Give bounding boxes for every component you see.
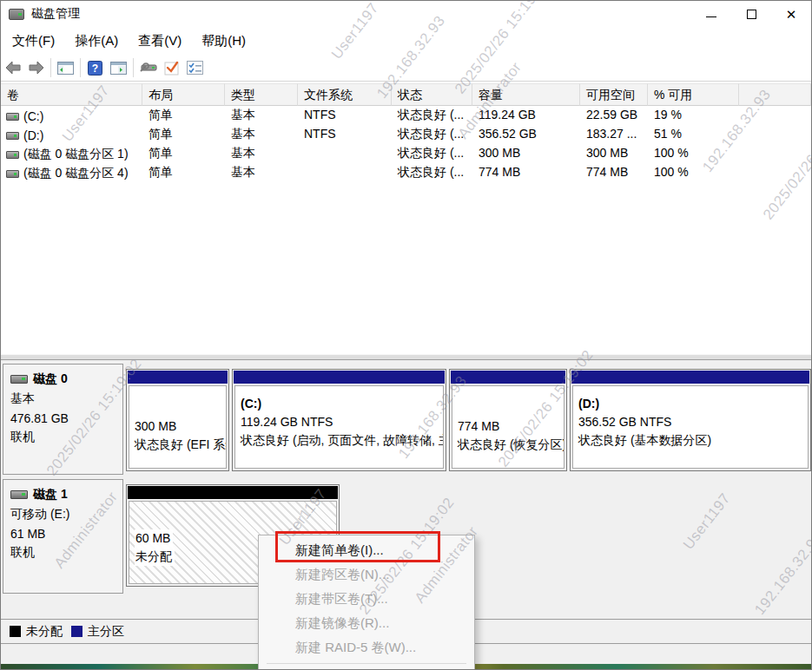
cell-type: 基本 xyxy=(225,125,298,144)
disk1-panel[interactable]: 磁盘 1 可移动 (E:) 61 MB 联机 xyxy=(3,479,123,594)
menu-view[interactable]: 查看(V) xyxy=(129,30,190,53)
check-icon xyxy=(164,61,180,76)
legend-unallocated-label: 未分配 xyxy=(26,624,63,640)
volume-icon xyxy=(6,132,19,140)
col-empty[interactable] xyxy=(739,83,811,106)
col-volume[interactable]: 卷 xyxy=(1,83,142,106)
action-pane-button[interactable] xyxy=(107,57,130,79)
check-button[interactable] xyxy=(160,57,183,79)
partition-size: 119.24 GB NTFS xyxy=(241,413,443,431)
col-filesystem[interactable]: 文件系统 xyxy=(298,83,392,106)
disk0-panel[interactable]: 磁盘 0 基本 476.81 GB 联机 xyxy=(3,364,123,475)
cell-free: 300 MB xyxy=(580,144,648,163)
close-button[interactable]: ✕ xyxy=(771,1,811,27)
disk-name: 磁盘 0 xyxy=(33,371,68,387)
toolbar-separator xyxy=(133,58,134,77)
checklist-icon xyxy=(187,61,203,75)
cell-type: 基本 xyxy=(225,163,298,182)
cell-capacity: 356.52 GB xyxy=(472,125,580,144)
pane-splitter[interactable] xyxy=(1,354,811,360)
forward-button[interactable] xyxy=(24,57,48,79)
col-layout[interactable]: 布局 xyxy=(142,83,225,106)
cell-pct: 51 % xyxy=(648,125,739,144)
cell-layout: 简单 xyxy=(142,144,225,163)
maximize-icon xyxy=(747,10,756,19)
partition-color-bar xyxy=(234,371,445,384)
cell-capacity: 119.24 GB xyxy=(472,106,580,125)
col-free[interactable]: 可用空间 xyxy=(580,83,648,106)
disk-status: 联机 xyxy=(10,430,122,445)
partition-size: 300 MB xyxy=(135,417,226,436)
cell-fs: NTFS xyxy=(298,106,392,125)
cell-status: 状态良好 (... xyxy=(392,106,472,125)
disk-icon xyxy=(10,490,28,499)
table-row-partition1[interactable]: (磁盘 0 磁盘分区 1) 简单 基本 状态良好 (... 300 MB 300… xyxy=(1,144,811,163)
toolbar-separator xyxy=(50,58,51,77)
back-button[interactable] xyxy=(1,57,24,79)
cell-layout: 简单 xyxy=(142,125,225,144)
menu-item-new-spanned-volume: 新建跨区卷(N)... xyxy=(259,562,474,587)
cell-layout: 简单 xyxy=(142,106,225,125)
menu-file[interactable]: 文件(F) xyxy=(3,30,63,53)
help-button[interactable]: ? xyxy=(83,57,107,79)
cell-status: 状态良好 (... xyxy=(392,144,472,163)
disk-type: 基本 xyxy=(10,391,122,407)
cell-type: 基本 xyxy=(225,144,298,163)
toolbar: ? xyxy=(1,55,811,82)
partition-recovery[interactable]: 774 MB 状态良好 (恢复分区) xyxy=(449,369,567,471)
title-bar: 磁盘管理 ✕ xyxy=(1,1,811,27)
table-row-c[interactable]: (C:) 简单 基本 NTFS 状态良好 (... 119.24 GB 22.5… xyxy=(1,106,811,125)
menu-help[interactable]: 帮助(H) xyxy=(193,30,254,53)
volume-name: (磁盘 0 磁盘分区 4) xyxy=(23,166,129,181)
partition-c[interactable]: (C:) 119.24 GB NTFS 状态良好 (启动, 页面文件, 故障转储… xyxy=(232,369,446,471)
menu-item-properties[interactable]: 属性(P) xyxy=(259,667,474,670)
minimize-button[interactable] xyxy=(691,1,731,27)
menu-action[interactable]: 操作(A) xyxy=(66,30,127,53)
volume-table-header: 卷 布局 类型 文件系统 状态 容量 可用空间 % 可用 xyxy=(1,83,811,106)
partition-d[interactable]: (D:) 356.52 GB NTFS 状态良好 (基本数据分区) xyxy=(570,369,811,471)
volume-name: (D:) xyxy=(23,128,43,142)
menu-item-new-raid5-volume: 新建 RAID-5 卷(W)... xyxy=(259,635,474,660)
console-tree-button[interactable] xyxy=(54,57,77,79)
col-capacity[interactable]: 容量 xyxy=(472,83,580,106)
cell-fs: NTFS xyxy=(298,125,392,144)
col-status[interactable]: 状态 xyxy=(392,83,472,106)
disk-management-window: 磁盘管理 ✕ 文件(F) 操作(A) 查看(V) 帮助(H) xyxy=(0,0,812,670)
partition-status: 状态良好 (基本数据分区) xyxy=(578,431,808,450)
menu-bar: 文件(F) 操作(A) 查看(V) 帮助(H) xyxy=(1,27,811,55)
partition-status: 状态良好 (恢复分区) xyxy=(458,436,564,454)
checklist-button[interactable] xyxy=(183,57,207,79)
disk-size: 476.81 GB xyxy=(10,411,122,425)
maximize-button[interactable] xyxy=(731,1,771,27)
toolbar-separator xyxy=(80,58,81,77)
menu-item-new-striped-volume: 新建带区卷(T)... xyxy=(259,587,474,611)
table-row-d[interactable]: (D:) 简单 基本 NTFS 状态良好 (... 356.52 GB 183.… xyxy=(1,125,811,144)
back-icon xyxy=(4,61,22,75)
menu-separator xyxy=(267,663,466,664)
table-row-partition4[interactable]: (磁盘 0 磁盘分区 4) 简单 基本 状态良好 (... 774 MB 774… xyxy=(1,163,811,182)
context-menu: 新建简单卷(I)... 新建跨区卷(N)... 新建带区卷(T)... 新建镜像… xyxy=(258,535,475,670)
menu-item-new-simple-volume[interactable]: 新建简单卷(I)... xyxy=(259,538,474,562)
cell-fs xyxy=(298,163,392,182)
partition-name: (D:) xyxy=(578,395,808,413)
minimize-icon xyxy=(706,16,716,17)
partition-size: 774 MB xyxy=(458,417,564,436)
partition-color-bar xyxy=(571,371,809,384)
disk-tool-button[interactable] xyxy=(136,57,160,79)
partition-status: 状态良好 (启动, 页面文件, 故障转储, 主分区) xyxy=(241,431,443,450)
volume-list-pane: 卷 布局 类型 文件系统 状态 容量 可用空间 % 可用 (C:) 简单 基本 … xyxy=(1,83,811,354)
col-pct-free[interactable]: % 可用 xyxy=(648,83,739,106)
volume-name: (磁盘 0 磁盘分区 1) xyxy=(23,147,129,162)
cell-pct: 19 % xyxy=(648,106,739,125)
volume-name: (C:) xyxy=(23,109,43,123)
cell-free: 183.27 ... xyxy=(580,125,648,144)
cell-pct: 100 % xyxy=(648,163,739,182)
app-drive-icon xyxy=(9,9,24,20)
disk-icon xyxy=(10,375,28,384)
volume-icon xyxy=(6,151,19,159)
cell-pct: 100 % xyxy=(648,144,739,163)
partition-efi[interactable]: 300 MB 状态良好 (EFI 系统分区) xyxy=(126,369,229,471)
menu-item-new-mirrored-volume: 新建镜像卷(R)... xyxy=(259,611,474,635)
partition-status: 未分配 xyxy=(135,548,175,566)
col-type[interactable]: 类型 xyxy=(225,83,298,106)
